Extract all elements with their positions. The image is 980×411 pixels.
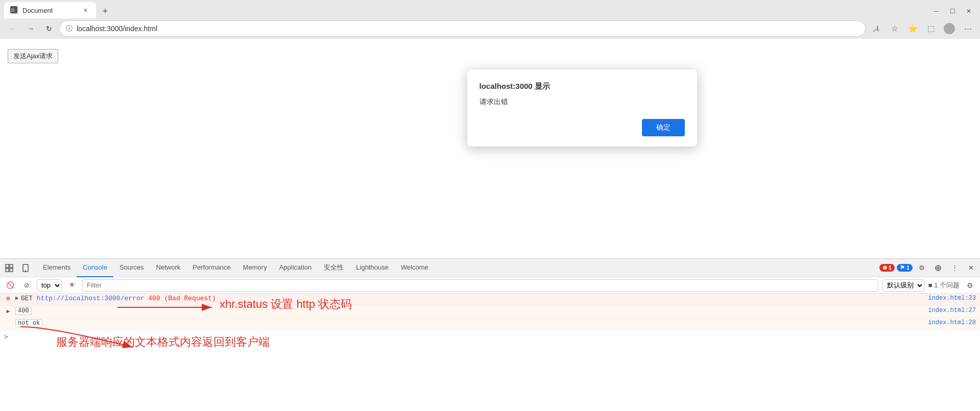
filter-input[interactable] [82,279,878,292]
read-aloud-icon-button[interactable]: ☆ [886,20,902,37]
context-select[interactable]: top [37,279,62,292]
console-filter-toggle-button[interactable]: ⊘ [20,279,33,292]
devtools-tab-memory[interactable]: Memory [237,259,273,277]
caret-icon: > [4,333,8,341]
lock-icon: ⓘ [66,24,73,33]
page-content: 发送Ajax请求 localhost:3000 显示 请求出错 确定 [0,39,980,258]
tab-favicon: D [10,6,18,14]
profile-icon-button[interactable] [941,20,958,37]
translate-icon-button[interactable]: 𝓐 [868,20,884,37]
ajax-request-button[interactable]: 发送Ajax请求 [8,49,58,63]
error-file-ref[interactable]: index.html:23 [928,295,976,302]
devtools-tab-application[interactable]: Application [273,259,318,277]
issues-count: ■ 1 个问题 [928,281,960,290]
address-text: localhost:3000/index.html [77,25,859,33]
close-button[interactable]: ✕ [962,4,976,18]
devtools-settings-button[interactable]: ⚙ [915,261,929,275]
console-entry-notok: not ok index.html:28 [0,318,980,330]
tabs-bar: D Document ✕ + ─ ☐ ✕ [0,0,980,18]
back-button[interactable]: ← [4,20,20,37]
level-select[interactable]: 默认级别 [882,279,924,292]
devtools-device-toggle-button[interactable] [18,261,33,275]
alert-confirm-button[interactable]: 确定 [642,119,685,136]
alert-message: 请求出错 [480,98,685,107]
devtools-tab-welcome[interactable]: Welcome [395,259,435,277]
browser-tab[interactable]: D Document ✕ [4,2,96,18]
address-bar: ← → ↻ ⓘ localhost:3000/index.html 𝓐 ☆ ⭐ … [0,18,980,39]
xhr-status-label: xhr.status 设置 http 状态码 [220,298,352,310]
devtools-tabs: Elements Console Sources Network Perform… [0,259,980,277]
value-400-file-ref[interactable]: index.html:27 [928,307,976,314]
toolbar-icons: 𝓐 ☆ ⭐ ⬚ ⋯ [868,20,976,37]
devtools-more-button[interactable]: ⋮ [947,261,962,275]
svg-rect-4 [6,269,9,272]
console-toolbar: 🚫 ⊘ top 👁 默认级别 ■ 1 个问题 ⚙ [0,277,980,294]
devtools-panel: Elements Console Sources Network Perform… [0,258,980,411]
devtools-inspect-button[interactable] [2,261,16,275]
expand-arrow[interactable]: ▶ [15,295,19,301]
new-tab-button[interactable]: + [98,4,112,18]
error-badge: ⊗ 1 [879,264,895,272]
minimize-button[interactable]: ─ [929,4,943,18]
alert-title: localhost:3000 显示 [480,82,685,91]
svg-rect-5 [10,269,13,272]
devtools-tab-elements[interactable]: Elements [37,259,77,277]
server-response-label: 服务器端响应的文本格式内容返回到客户端 [56,335,270,348]
reload-button[interactable]: ↻ [41,20,57,37]
svg-text:D: D [11,8,15,13]
devtools-tab-sources[interactable]: Sources [113,259,150,277]
maximize-button[interactable]: ☐ [945,4,960,18]
settings-menu-button[interactable]: ⋯ [960,20,976,37]
xhr-status-annotation: xhr.status 设置 http 状态码 [220,297,352,312]
devtools-tab-security[interactable]: 安全性 [318,259,350,277]
devtools-tab-lighthouse[interactable]: Lighthouse [350,259,395,277]
devtools-tab-performance[interactable]: Performance [186,259,236,277]
console-clear-button[interactable]: 🚫 [4,279,16,292]
tab-title: Document [22,7,53,14]
devtools-close-button[interactable]: ✕ [964,261,978,275]
warning-badge: ⚑ 1 [897,264,913,272]
console-settings-button[interactable]: ⚙ [964,279,976,292]
tab-close-button[interactable]: ✕ [81,6,90,15]
devtools-dock-button[interactable] [931,261,945,275]
address-input-wrapper[interactable]: ⓘ localhost:3000/index.html [59,20,866,37]
alert-dialog: localhost:3000 显示 请求出错 确定 [467,69,697,147]
forward-button[interactable]: → [22,20,39,37]
eye-icon-button[interactable]: 👁 [66,279,78,292]
alert-footer: 确定 [480,119,685,136]
svg-rect-3 [10,264,13,268]
browser-chrome: D Document ✕ + ─ ☐ ✕ ← → ↻ ⓘ localhost:3… [0,0,980,39]
arrow-to-xhr [117,300,220,315]
collections-icon-button[interactable]: ⬚ [923,20,939,37]
error-icon: ⊗ [4,295,12,303]
value-box-400: 400 [15,307,32,315]
entry-expand-icon[interactable]: ▶ [4,307,12,315]
value-notok-file-ref[interactable]: index.html:28 [928,319,976,326]
svg-rect-2 [6,264,9,268]
devtools-tabs-right: ⊗ 1 ⚑ 1 ⚙ ⋮ ✕ [879,261,978,275]
devtools-tab-console[interactable]: Console [77,259,113,277]
server-response-annotation: 服务器端响应的文本格式内容返回到客户端 [56,334,270,350]
favorites-icon-button[interactable]: ⭐ [904,20,921,37]
devtools-tab-network[interactable]: Network [150,259,187,277]
console-log-area: ⊗ ▶ GET http://localhost:3000/error 400 … [0,294,980,411]
